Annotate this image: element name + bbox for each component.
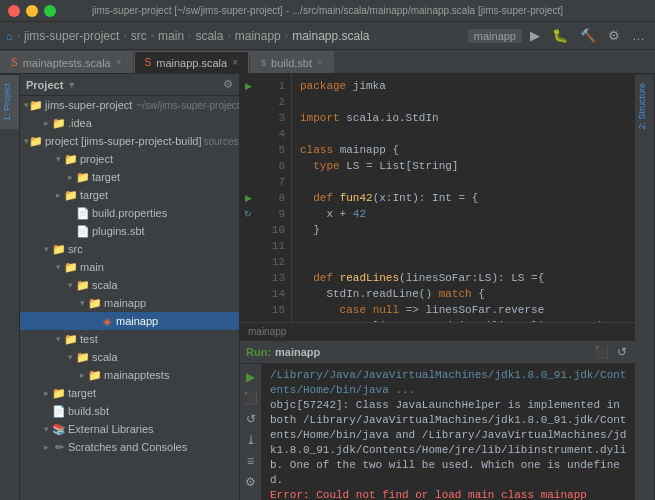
breadcrumb-project[interactable]: jims-super-project	[24, 29, 119, 43]
tab-label-buildsbt: build.sbt	[271, 57, 312, 69]
tree-label-scratches: Scratches and Consoles	[68, 441, 187, 453]
breadcrumb-sep-3: ›	[151, 30, 154, 41]
tree-item-root[interactable]: ▾ 📁 jims-super-project ~/sw/jims-super-p…	[20, 96, 239, 114]
more-button[interactable]: …	[628, 26, 649, 45]
run-side-play[interactable]: ▶	[242, 368, 260, 386]
mainapp-file-icon: ◈	[100, 315, 114, 328]
tab-buildsbt[interactable]: s build.sbt ×	[250, 51, 334, 73]
tree-item-target-2[interactable]: ▸ 📁 target	[20, 186, 239, 204]
debug-button[interactable]: 🐛	[548, 26, 572, 45]
sidebar-tab-project[interactable]: 1: Project	[0, 74, 19, 129]
run-side-scroll[interactable]: ⤓	[242, 431, 260, 449]
tree-item-scratches[interactable]: ▸ ✏ Scratches and Consoles	[20, 438, 239, 456]
tree-item-mainapptests[interactable]: ▸ 📁 mainapptests	[20, 366, 239, 384]
run-config-selector[interactable]: mainapp	[468, 29, 522, 43]
tab-close-buildsbt[interactable]: ×	[317, 57, 323, 68]
tree-arrow-src: ▾	[40, 244, 52, 254]
tree-label-test: test	[80, 333, 98, 345]
titlebar: jims-super-project [~/sw/jims-super-proj…	[0, 0, 655, 22]
tree-item-test[interactable]: ▾ 📁 test	[20, 330, 239, 348]
vertical-sidebar: 1: Project	[0, 74, 20, 500]
tree-item-main[interactable]: ▾ 📁 main	[20, 258, 239, 276]
breadcrumb-sep-1: ›	[17, 30, 20, 41]
tree-item-mainapp-dir[interactable]: ▾ 📁 mainapp	[20, 294, 239, 312]
tree-label-mainapp-file: mainapp	[116, 315, 158, 327]
code-line-9: x + 42	[300, 206, 627, 222]
tree-item-test-scala[interactable]: ▾ 📁 scala	[20, 348, 239, 366]
tree-label-main: main	[80, 261, 104, 273]
test-icon: 📁	[64, 333, 78, 346]
tree-arrow-mainapp-dir: ▾	[76, 298, 88, 308]
breadcrumb-sep-2: ›	[123, 30, 126, 41]
tree-label-build-props: build.properties	[92, 207, 167, 219]
tab-mainapp[interactable]: S mainapp.scala ×	[134, 51, 249, 73]
tree-label-scala: scala	[92, 279, 118, 291]
gutter-run-icon-2[interactable]: ▶	[240, 190, 256, 206]
tree-sublabel-root: ~/sw/jims-super-project	[136, 100, 239, 111]
tree-item-plugins-sbt[interactable]: 📄 plugins.sbt	[20, 222, 239, 240]
settings-button[interactable]: ⚙	[604, 26, 624, 45]
window-title: jims-super-project [~/sw/jims-super-proj…	[92, 5, 563, 16]
run-side-stop[interactable]: ⬛	[242, 389, 260, 407]
tree-item-target-top[interactable]: ▸ 📁 target	[20, 384, 239, 402]
tree-item-project-sub[interactable]: ▾ 📁 project	[20, 150, 239, 168]
breadcrumb-sep-6: ›	[285, 30, 288, 41]
tree-item-external-libs[interactable]: ▾ 📚 External Libraries	[20, 420, 239, 438]
main-icon: 📁	[64, 261, 78, 274]
project-sub-icon: 📁	[64, 153, 78, 166]
tree-item-project-build[interactable]: ▾ 📁 project [jims-super-project-build] s…	[20, 132, 239, 150]
gutter-reload-icon[interactable]: ↻	[240, 206, 256, 222]
tree-arrow-main: ▾	[52, 262, 64, 272]
run-side-settings[interactable]: ⚙	[242, 473, 260, 491]
build-button[interactable]: 🔨	[576, 26, 600, 45]
breadcrumb-mainapp[interactable]: mainapp	[235, 29, 281, 43]
build-sbt-icon: 📄	[52, 405, 66, 418]
tree-sublabel-build: sources root	[204, 136, 240, 147]
run-rerun-button[interactable]: ↺	[615, 343, 629, 361]
tree-arrow-target-2: ▸	[52, 190, 64, 200]
scala-icon: 📁	[76, 279, 90, 292]
project-gear-icon[interactable]: ⚙	[223, 78, 233, 91]
project-header-arrow[interactable]: ▼	[67, 80, 76, 90]
code-line-8: def fun42(x:Int): Int = {	[300, 190, 627, 206]
tab-mainapptests[interactable]: S mainaptests.scala ×	[0, 51, 133, 73]
breadcrumb-file[interactable]: mainapp.scala	[292, 29, 369, 43]
tab-close-mainapptests[interactable]: ×	[116, 57, 122, 68]
maximize-button[interactable]	[44, 5, 56, 17]
run-side-filter[interactable]: ≡	[242, 452, 260, 470]
code-line-3: import scala.io.StdIn	[300, 110, 627, 126]
run-button[interactable]: ▶	[526, 26, 544, 45]
tree-item-build-props[interactable]: 📄 build.properties	[20, 204, 239, 222]
breadcrumb-scala[interactable]: scala	[195, 29, 223, 43]
breadcrumb-src[interactable]: src	[131, 29, 147, 43]
code-content[interactable]: package jimka import scala.io.StdIn clas…	[292, 74, 635, 322]
run-console: /Library/Java/JavaVirtualMachines/jdk1.8…	[262, 364, 635, 500]
content-area: 1: Project Project ▼ ⚙ ▾ 📁 jims-super-pr…	[0, 74, 655, 500]
run-side-rerun[interactable]: ↺	[242, 410, 260, 428]
tree-item-scala[interactable]: ▾ 📁 scala	[20, 276, 239, 294]
tab-close-mainapp[interactable]: ×	[232, 57, 238, 68]
tree-item-mainapp-file[interactable]: ◈ mainapp	[20, 312, 239, 330]
run-stop-button[interactable]: ⬛	[592, 343, 611, 361]
target-1-icon: 📁	[76, 171, 90, 184]
code-editor[interactable]: ▶ ▶ ↻ 12345 678910 1112131415 1617181920…	[240, 74, 635, 322]
external-libs-icon: 📚	[52, 423, 66, 436]
tree-item-build-sbt[interactable]: 📄 build.sbt	[20, 402, 239, 420]
structure-tab[interactable]: 2: Structure	[635, 74, 654, 138]
code-line-4	[300, 126, 627, 142]
minimize-button[interactable]	[26, 5, 38, 17]
console-line-1: /Library/Java/JavaVirtualMachines/jdk1.8…	[270, 368, 627, 398]
tree-item-target-1[interactable]: ▸ 📁 target	[20, 168, 239, 186]
close-button[interactable]	[8, 5, 20, 17]
console-line-3: Error: Could not find or load main class…	[270, 488, 627, 500]
tree-item-src[interactable]: ▾ 📁 src	[20, 240, 239, 258]
tree-item-idea[interactable]: ▸ 📁 .idea	[20, 114, 239, 132]
breadcrumb-main[interactable]: main	[158, 29, 184, 43]
editor-breadcrumb: mainapp	[240, 322, 635, 340]
tree-label-target-1: target	[92, 171, 120, 183]
gutter-run-icon-1[interactable]: ▶	[240, 78, 256, 94]
tab-label-mainapptests: mainaptests.scala	[23, 57, 111, 69]
project-breadcrumb-root[interactable]: ⌂	[6, 30, 13, 42]
project-tree[interactable]: ▾ 📁 jims-super-project ~/sw/jims-super-p…	[20, 96, 239, 500]
line-numbers: 12345 678910 1112131415 1617181920 21222…	[256, 74, 292, 322]
